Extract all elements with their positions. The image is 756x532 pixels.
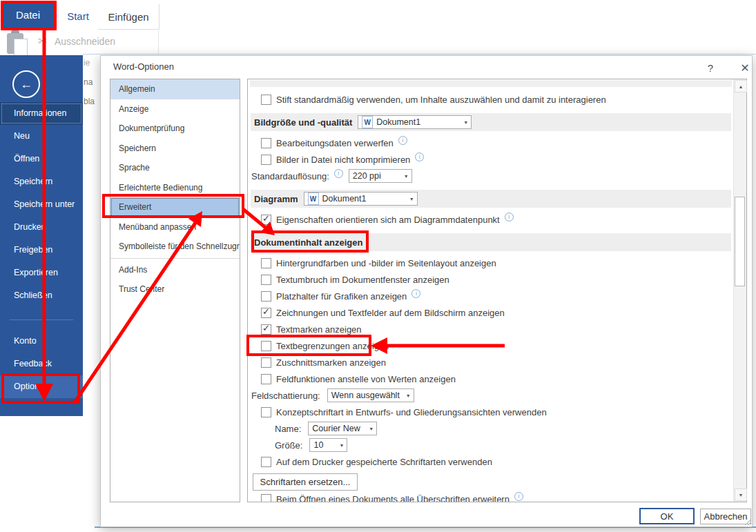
info-icon: i <box>411 289 420 298</box>
document-selector[interactable]: WDokument1▼ <box>358 115 472 129</box>
checkbox-label: Textumbruch im Dokumentfenster anzeigen <box>276 275 449 285</box>
advanced-options-content: Stift standardmäßig verwenden, um Inhalt… <box>249 79 733 502</box>
nav-item-trust-center[interactable]: Trust Center <box>110 279 240 299</box>
combo-feldschattierung[interactable]: Wenn ausgewählt▼ <box>327 388 414 402</box>
backstage-item-speichern[interactable]: Speichern <box>0 170 83 193</box>
options-category-list: AllgemeinAnzeigeDokumentprüfungSpeichern… <box>110 79 240 502</box>
row-konzeptschriftart-in-entwurfs-und-gliederungsansichten-verwenden: Konzeptschriftart in Entwurfs- und Glied… <box>249 404 733 420</box>
nav-item-allgemein[interactable]: Allgemein <box>110 79 240 99</box>
checkbox-label: Eigenschaften orientieren sich am Diagra… <box>276 215 500 225</box>
checkbox-label: Zeichnungen und Textfelder auf dem Bilds… <box>276 308 505 318</box>
scroll-down-icon[interactable]: ▼ <box>735 489 747 501</box>
checkbox-label: Bilder in Datei nicht komprimieren <box>276 155 410 165</box>
nav-item-anzeige[interactable]: Anzeige <box>110 99 240 119</box>
nav-separator <box>110 258 240 259</box>
backstage-item-schließen[interactable]: Schließen <box>0 284 83 307</box>
checkbox-eigenschaften-orientieren-sich-am-diagrammdatenpunkt[interactable]: ✓ <box>261 215 271 225</box>
button-schriftarten-ersetzen[interactable]: Schriftarten ersetzen... <box>253 473 358 491</box>
row-platzhalter-für-grafiken-anzeigen: Platzhalter für Grafiken anzeigeni <box>249 288 733 304</box>
nav-item-erweitert[interactable]: Erweitert <box>110 197 240 217</box>
checkbox-label: Platzhalter für Grafiken anzeigen <box>276 291 407 302</box>
paste-icon[interactable] <box>6 30 30 55</box>
resize-grip[interactable] <box>744 519 750 525</box>
cancel-button[interactable]: Abbrechen <box>700 509 751 524</box>
checkbox-bilder-in-datei-nicht-komprimieren[interactable] <box>261 155 271 165</box>
check-mark-icon: ✓ <box>262 306 270 317</box>
combo-value: Dokument1 <box>376 117 420 127</box>
scrollbar[interactable]: ▲ ▼ <box>733 79 746 502</box>
clipboard-page-icon <box>14 39 28 57</box>
close-icon[interactable]: ✕ <box>737 59 753 76</box>
nav-item-speichern[interactable]: Speichern <box>110 139 240 159</box>
tab-start[interactable]: Start <box>59 6 97 26</box>
clipped-text-fragment: bla <box>84 97 99 106</box>
row-textbegrenzungen-anzeigen: Textbegrenzungen anzeigen <box>249 337 733 354</box>
section-title: Dokumentinhalt anzeigen <box>254 237 362 248</box>
clipped-text-fragment: na <box>84 77 99 87</box>
checkbox-bearbeitungsdaten-verwerfen[interactable] <box>261 138 271 148</box>
backstage-item-exportieren[interactable]: Exportieren <box>0 262 83 284</box>
nav-item-dokumentprüfung[interactable]: Dokumentprüfung <box>110 119 240 139</box>
section-title: Diagramm <box>254 194 298 204</box>
checkbox-platzhalter-für-grafiken-anzeigen[interactable] <box>261 291 271 302</box>
cut-button[interactable]: Ausschneiden <box>55 36 115 47</box>
backstage-item-speichern-unter[interactable]: Speichern unter <box>0 193 83 216</box>
checkbox-auf-dem-drucker-gespeicherte-schriftarten-verwenden[interactable] <box>261 457 271 467</box>
nav-item-menüband-anpassen[interactable]: Menüband anpassen <box>110 217 240 237</box>
checkbox-beim-öffnen-eines-dokuments-alle-überschriften-erweitern[interactable] <box>261 494 271 502</box>
combo-standardauflösung[interactable]: 220 ppi▼ <box>349 169 412 183</box>
checkbox-stift-standardmäßig-verwenden-um-inhalte-auszuwählen-und-damit-zu-interagieren[interactable] <box>261 95 271 105</box>
row-zuschnittsmarken-anzeigen: Zuschnittsmarken anzeigen <box>249 354 733 371</box>
dialog-title: Word-Optionen <box>113 61 174 72</box>
row-hintergrundfarben-und-bilder-im-seitenlayout-anzeigen: Hintergrundfarben und -bilder im Seitenl… <box>249 255 733 271</box>
checkbox-zeichnungen-und-textfelder-auf-dem-bildschirm-anzeigen[interactable]: ✓ <box>261 308 271 318</box>
back-button[interactable]: ← <box>12 70 40 98</box>
checkbox-textmarken-anzeigen[interactable]: ✓ <box>261 324 271 335</box>
row-feldschattierung: Feldschattierung:Wenn ausgewählt▼ <box>249 387 733 404</box>
combo-value: Wenn ausgewählt <box>331 391 400 400</box>
checkbox-label: Konzeptschriftart in Entwurfs- und Glied… <box>276 407 547 417</box>
checkbox-feldfunktionen-anstelle-von-werten-anzeigen[interactable] <box>261 374 271 384</box>
checkbox-textumbruch-im-dokumentfenster-anzeigen[interactable] <box>261 275 271 285</box>
document-selector[interactable]: WDokument1▼ <box>304 192 418 206</box>
row-eigenschaften-orientieren-sich-am-diagrammdatenpunkt: ✓Eigenschaften orientieren sich am Diagr… <box>249 211 733 228</box>
checkbox-label: Stift standardmäßig verwenden, um Inhalt… <box>276 95 606 105</box>
combo-value: 10 <box>313 440 323 450</box>
row-textumbruch-im-dokumentfenster-anzeigen: Textumbruch im Dokumentfenster anzeigen <box>249 271 733 288</box>
checkbox-hintergrundfarben-und-bilder-im-seitenlayout-anzeigen[interactable] <box>261 258 271 268</box>
scroll-up-icon[interactable]: ▲ <box>735 80 747 92</box>
checkbox-label: Feldfunktionen anstelle von Werten anzei… <box>276 374 456 384</box>
backstage-item-freigeben[interactable]: Freigeben <box>0 239 83 262</box>
ok-button[interactable]: OK <box>639 508 695 524</box>
nav-item-erleichterte-bedienung[interactable]: Erleichterte Bedienung <box>110 178 240 198</box>
nav-item-symbolleiste-für-den-schnellzugriff[interactable]: Symbolleiste für den Schnellzugriff <box>110 237 240 257</box>
checkbox-textbegrenzungen-anzeigen[interactable] <box>261 341 271 351</box>
combo-name[interactable]: Courier New▼ <box>308 422 377 435</box>
backstage-item-drucken[interactable]: Drucken <box>0 216 83 239</box>
combo-größe[interactable]: 10▼ <box>309 438 347 452</box>
scrollbar-thumb[interactable] <box>735 197 745 286</box>
backstage-item-konto[interactable]: Konto <box>0 330 83 353</box>
backstage-item-feedback[interactable]: Feedback <box>0 353 83 375</box>
checkbox-label: Beim Öffnen eines Dokuments alle Übersch… <box>276 494 510 502</box>
nav-item-add-ins[interactable]: Add-Ins <box>110 260 240 280</box>
help-button[interactable]: ? <box>703 60 718 75</box>
word-document-icon: W <box>362 116 373 128</box>
checkbox-konzeptschriftart-in-entwurfs-und-gliederungsansichten-verwenden[interactable] <box>261 407 271 417</box>
word-document-icon: W <box>308 193 319 205</box>
row-stift-standardmäßig-verwenden-um-inhalte-auszuwählen-und-damit-zu-interagieren: Stift standardmäßig verwenden, um Inhalt… <box>249 91 733 108</box>
backstage-item-öffnen[interactable]: Öffnen <box>0 148 83 170</box>
backstage-item-informationen[interactable]: Informationen <box>0 102 83 125</box>
checkbox-zuschnittsmarken-anzeigen[interactable] <box>261 357 271 368</box>
row-bearbeitungsdaten-verwerfen: Bearbeitungsdaten verwerfeni <box>249 135 733 151</box>
tab-einfuegen[interactable]: Einfügen <box>98 4 159 30</box>
backstage-item-neu[interactable]: Neu <box>0 125 83 148</box>
tab-datei[interactable]: Datei <box>1 1 55 28</box>
row-bilder-in-datei-nicht-komprimieren: Bilder in Datei nicht komprimiereni <box>249 151 733 168</box>
ribbon-group-separator <box>158 30 159 54</box>
dropdown-arrow-icon: ▼ <box>405 197 414 201</box>
backstage-item-optionen[interactable]: Optionen <box>0 375 83 398</box>
checkbox-label: Bearbeitungsdaten verwerfen <box>276 138 394 148</box>
nav-item-sprache[interactable]: Sprache <box>110 158 240 178</box>
combo-label: Name: <box>275 424 301 434</box>
